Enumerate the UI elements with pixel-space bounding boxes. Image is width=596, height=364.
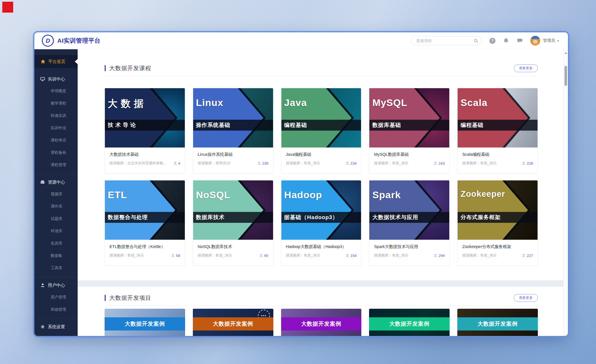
project-card[interactable]: ••• 大数据开发案例 <box>193 309 273 336</box>
sidebar-subitem[interactable]: 课程管理 <box>34 159 78 171</box>
sidebar-subitem[interactable]: 班级管理 <box>34 303 78 316</box>
sidebar-subitem[interactable]: 课件库 <box>34 200 78 213</box>
course-card[interactable]: 大数据技术与应用 Spark Spark大数据技术与应用 授课教师：售前_演示 … <box>369 180 450 266</box>
project-card[interactable]: 大数据开发案例 <box>105 309 185 336</box>
course-teacher: 授课教师：售前_演示 <box>374 253 432 258</box>
main-content: 大数据开发课程 查看更多 技 术 导 论 大 数 据 大数据技术基础 授课教师：… <box>78 49 568 336</box>
section-courses: 大数据开发课程 查看更多 技 术 导 论 大 数 据 大数据技术基础 授课教师：… <box>78 49 564 280</box>
course-info: Scala编程基础 授课教师：售前_演示 228 <box>458 147 538 166</box>
section-gap <box>78 280 564 287</box>
course-banner-image: 操作系统基础 Linux <box>193 88 273 147</box>
settings-icon <box>40 324 45 329</box>
project-ribbon: 大数据开发案例 <box>281 317 362 330</box>
course-info: MySQL数据库基础 授课教师：售前_演示 243 <box>369 147 449 166</box>
course-teacher: 授课教师：北京市对外贸易学校教... <box>109 161 172 166</box>
course-enrollment: 239 <box>257 161 268 166</box>
course-card[interactable]: 操作系统基础 Linux Linux操作系统基础 授课教师：管理员10 239 <box>193 88 273 174</box>
sidebar-subitem[interactable]: 用户管理 <box>34 291 78 303</box>
banner-subtitle: 大数据技术与应用 <box>372 214 418 221</box>
course-card[interactable]: 数据库基础 MySQL MySQL数据库基础 授课教师：售前_演示 243 <box>369 88 450 174</box>
project-card[interactable]: 大数据开发案例 <box>281 309 362 336</box>
banner-title: Hadoop <box>284 189 322 200</box>
project-ribbon: 大数据开发案例 <box>369 317 450 330</box>
sidebar-subitem[interactable]: 学情概览 <box>34 85 78 97</box>
search-box[interactable] <box>411 36 482 45</box>
sidebar-subitem[interactable]: 实训作业 <box>34 122 78 134</box>
course-meta: 授课教师：售前_演示 58 <box>109 253 180 258</box>
sidebar-subitem[interactable]: 教学课程 <box>34 97 78 109</box>
sidebar-subitem[interactable]: 课程考试 <box>34 134 78 146</box>
chat-icon[interactable] <box>517 38 523 44</box>
course-info: Java编程基础 授课教师：售前_演示 234 <box>281 147 361 166</box>
enrollment-count: 4 <box>178 161 180 166</box>
banner-title: NoSQL <box>196 189 230 200</box>
help-icon[interactable]: ? <box>489 38 495 44</box>
banner-subtitle-band: 数据整合与处理 <box>105 212 185 223</box>
sidebar-item-active[interactable]: 平台首页 <box>34 55 78 68</box>
course-teacher: 授课教师：售前_演示 <box>286 161 344 166</box>
course-title: Zookeeper分布式服务框架 <box>462 244 533 249</box>
banner-subtitle-band: 编程基础 <box>281 120 361 131</box>
search-input[interactable] <box>416 38 474 43</box>
course-banner-image: 编程基础 Scala <box>458 88 538 147</box>
sidebar-group: 用户中心用户管理班级管理 <box>34 277 78 316</box>
user-icon <box>40 283 45 288</box>
project-card[interactable]: 大数据开发案例 <box>369 309 450 336</box>
course-card[interactable]: 技 术 导 论 大 数 据 大数据技术基础 授课教师：北京市对外贸易学校教...… <box>105 88 185 174</box>
training-icon <box>40 77 45 82</box>
course-card[interactable]: 数据库技术 NoSQL NoSQL数据库技术 授课教师：售前_演示 60 <box>193 180 273 266</box>
sidebar-subitem[interactable]: 环境库 <box>34 225 78 237</box>
banner-title: MySQL <box>372 97 407 108</box>
scrollbar-thumb[interactable] <box>564 66 567 86</box>
home-icon <box>40 59 45 64</box>
user-name[interactable]: 管理员 <box>543 38 555 43</box>
app-window: D AI实训管理平台 ? 管理员 <box>34 32 568 336</box>
course-card[interactable]: 分布式服务框架 Zookeeper Zookeeper分布式服务框架 授课教师：… <box>457 180 538 266</box>
banner-title: Spark <box>372 189 401 200</box>
course-card[interactable]: 编程基础 Java Java编程基础 授课教师：售前_演示 234 <box>281 88 362 174</box>
user-avatar[interactable] <box>530 36 540 46</box>
sidebar-group-label: 资源中心 <box>48 180 65 185</box>
sidebar-subitem[interactable]: 试题库 <box>34 213 78 225</box>
sidebar-group-header[interactable]: 实训中心 <box>34 73 78 85</box>
enrollment-count: 227 <box>527 253 533 258</box>
banner-subtitle-band: 技 术 导 论 <box>105 120 185 131</box>
chevron-down-icon[interactable] <box>557 40 559 43</box>
sidebar-subitem[interactable]: 数据集 <box>34 249 78 262</box>
recording-indicator <box>2 2 13 13</box>
view-more-button[interactable]: 查看更多 <box>514 64 538 72</box>
banner-subtitle: 操作系统基础 <box>196 121 230 129</box>
course-teacher: 授课教师：售前_演示 <box>462 253 520 258</box>
course-teacher: 授课教师：售前_演示 <box>198 253 258 258</box>
sidebar-subitem[interactable]: 课程备份 <box>34 146 78 159</box>
person-icon <box>173 162 177 165</box>
course-card[interactable]: 据基础（Hadoop3） Hadoop Hadoop大数据基础（Hadoop3）… <box>281 180 362 266</box>
view-more-button[interactable]: 查看更多 <box>514 294 538 302</box>
course-title: ETL数据整合与处理（Kettle） <box>109 244 180 249</box>
sidebar-group-header[interactable]: 用户中心 <box>34 280 78 291</box>
person-icon <box>434 254 437 257</box>
sidebar-subitem[interactable]: 实训库 <box>34 237 78 249</box>
project-card[interactable]: 大数据开发案例 <box>457 309 538 336</box>
search-icon[interactable] <box>474 38 478 43</box>
course-title: MySQL数据库基础 <box>374 152 445 157</box>
project-ribbon-label: 大数据开发案例 <box>301 320 341 328</box>
course-teacher: 授课教师：售前_演示 <box>374 161 432 166</box>
sidebar-group-header[interactable]: 资源中心 <box>34 176 78 188</box>
app-logo-icon: D <box>42 35 54 47</box>
sidebar-subitem[interactable]: 快速实训 <box>34 109 78 122</box>
course-title: Spark大数据技术与应用 <box>374 244 445 249</box>
project-grid: 大数据开发案例 ••• 大数据开发案例 大数据开发案例 大数据开发案例 大数据开… <box>105 309 538 336</box>
course-meta: 授课教师：北京市对外贸易学校教... 4 <box>109 161 180 166</box>
sidebar-subitem[interactable]: 视频库 <box>34 188 78 200</box>
course-card[interactable]: 编程基础 Scala Scala编程基础 授课教师：售前_演示 228 <box>457 88 538 174</box>
course-meta: 授课教师：售前_演示 228 <box>462 161 533 166</box>
banner-subtitle-band: 大数据技术与应用 <box>369 212 449 223</box>
sidebar-group-header[interactable]: 系统设置 <box>34 321 78 332</box>
bell-icon[interactable] <box>503 38 509 44</box>
sidebar-subitem[interactable]: 工具库 <box>34 262 78 274</box>
course-card[interactable]: 数据整合与处理 ETL ETL数据整合与处理（Kettle） 授课教师：售前_演… <box>105 180 185 266</box>
course-title: 大数据技术基础 <box>109 152 180 157</box>
scrollbar-up-arrow[interactable] <box>565 52 567 54</box>
section-accent-bar <box>105 65 106 71</box>
